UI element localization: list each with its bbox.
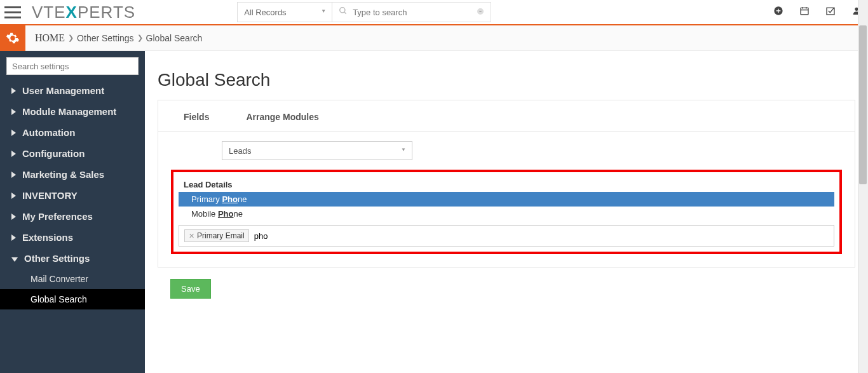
chevron-right-icon: ❯	[137, 34, 143, 42]
sidebar-item-my-preferences[interactable]: My Preferences	[0, 206, 145, 227]
search-input[interactable]	[353, 8, 477, 17]
sidebar-item-label: Marketing & Sales	[22, 169, 104, 180]
search-box	[332, 2, 491, 22]
chevron-down-icon[interactable]	[477, 8, 484, 17]
chevron-down-icon	[11, 253, 18, 264]
sidebar-item-label: Configuration	[22, 148, 85, 159]
sidebar-item-label: INVENTORY	[22, 190, 78, 201]
chevron-right-icon	[11, 127, 16, 138]
chevron-right-icon: ❯	[68, 34, 74, 42]
field-filter-input[interactable]	[254, 231, 829, 241]
tabs: Fields Arrange Modules	[158, 100, 855, 132]
scroll-thumb[interactable]	[859, 25, 867, 184]
module-select[interactable]: Leads	[222, 141, 412, 160]
remove-tag-icon[interactable]: ✕	[189, 232, 194, 240]
sidebar-item-marketing-sales[interactable]: Marketing & Sales	[0, 164, 145, 185]
sidebar-item-extensions[interactable]: Extensions	[0, 227, 145, 248]
svg-point-0	[340, 8, 345, 13]
scrollbar[interactable]	[858, 0, 868, 373]
sidebar-item-user-management[interactable]: User Management	[0, 80, 145, 101]
group-header: Lead Details	[179, 177, 834, 192]
breadcrumb-level1[interactable]: Other Settings	[77, 33, 134, 43]
tab-arrange-modules[interactable]: Arrange Modules	[246, 112, 318, 122]
sidebar-item-label: Global Search	[31, 294, 87, 304]
sidebar-item-automation[interactable]: Automation	[0, 122, 145, 143]
option-primary-phone[interactable]: Primary Phone	[179, 192, 834, 207]
topbar-icons	[773, 6, 862, 18]
selected-fields-input[interactable]: ✕ Primary Email	[179, 225, 834, 247]
sidebar-item-label: Automation	[22, 127, 75, 138]
sidebar-item-label: Mail Converter	[31, 274, 88, 284]
tag-primary-email: ✕ Primary Email	[184, 229, 249, 242]
chevron-right-icon	[11, 169, 16, 180]
chevron-right-icon	[11, 232, 16, 243]
breadcrumb: HOME ❯ Other Settings ❯ Global Search	[35, 32, 202, 44]
sidebar-search-input[interactable]	[6, 57, 139, 75]
layout: User Management Module Management Automa…	[0, 51, 868, 373]
chevron-right-icon	[11, 190, 16, 201]
chevron-right-icon	[11, 106, 16, 117]
global-search-group: All Records	[237, 2, 491, 22]
search-icon	[339, 6, 348, 18]
tab-fields[interactable]: Fields	[184, 112, 209, 122]
sidebar-subitem-global-search[interactable]: Global Search	[0, 289, 145, 309]
sidebar-item-label: Extensions	[22, 232, 73, 243]
chevron-right-icon	[11, 148, 16, 159]
svg-point-2	[477, 8, 484, 15]
sidebar-item-label: Module Management	[22, 106, 116, 117]
sidebar-subitem-mail-converter[interactable]: Mail Converter	[0, 269, 145, 289]
breadcrumb-level2: Global Search	[146, 33, 203, 43]
breadcrumb-row: HOME ❯ Other Settings ❯ Global Search	[0, 25, 868, 51]
svg-line-1	[344, 12, 346, 14]
sidebar-item-inventory[interactable]: INVENTORY	[0, 185, 145, 206]
page-title: Global Search	[158, 70, 855, 90]
sidebar-item-configuration[interactable]: Configuration	[0, 143, 145, 164]
menu-toggle-icon[interactable]	[0, 0, 25, 25]
sidebar: User Management Module Management Automa…	[0, 51, 145, 373]
sidebar-item-label: Other Settings	[24, 253, 90, 264]
chevron-right-icon	[11, 85, 16, 96]
add-icon[interactable]	[773, 6, 783, 18]
chevron-right-icon	[11, 211, 16, 222]
records-select[interactable]: All Records	[237, 2, 332, 22]
calendar-icon[interactable]	[799, 6, 810, 18]
settings-gear-icon[interactable]	[0, 25, 25, 51]
svg-rect-4	[801, 8, 808, 15]
sidebar-item-label: My Preferences	[22, 211, 93, 222]
checkbox-icon[interactable]	[825, 6, 836, 18]
highlighted-area: Lead Details Primary Phone Mobile Phone …	[171, 170, 842, 254]
sidebar-item-label: User Management	[22, 85, 104, 96]
breadcrumb-home[interactable]: HOME	[35, 32, 65, 44]
panel: Fields Arrange Modules Leads Lead Detail…	[158, 100, 855, 268]
save-button[interactable]: Save	[170, 279, 211, 299]
logo: VTEXPERTS	[32, 3, 135, 22]
sidebar-item-module-management[interactable]: Module Management	[0, 101, 145, 122]
sidebar-item-other-settings[interactable]: Other Settings	[0, 248, 145, 269]
option-mobile-phone[interactable]: Mobile Phone	[179, 207, 834, 221]
main-content: Global Search Fields Arrange Modules Lea…	[145, 51, 868, 373]
top-bar: VTEXPERTS All Records	[0, 0, 868, 25]
